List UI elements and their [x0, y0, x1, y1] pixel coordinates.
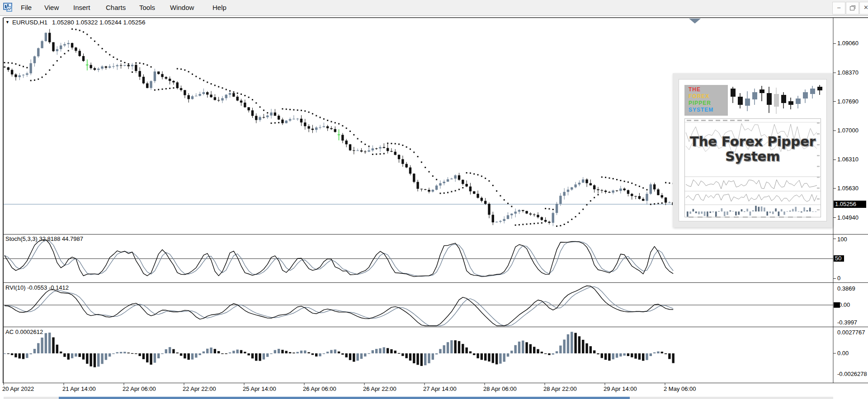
restore-icon — [850, 6, 854, 10]
stoch-axis-label: 0 — [837, 275, 840, 282]
ac-axis-label: 0.0027767 — [837, 329, 865, 336]
ac-axis-label: 0.00 — [837, 350, 849, 357]
price-axis-label: 1.05630 — [837, 185, 859, 192]
time-axis-label: 25 Apr 14:00 — [243, 385, 276, 392]
promo-inner-frame: THE FOREX PIPPER SYSTEM The Forex Pipper… — [679, 79, 827, 221]
menu-file[interactable]: File — [16, 0, 36, 15]
price-axis-label: 1.08370 — [837, 69, 859, 76]
stoch-panel-label: Stoch(5,3,3) 32.8188 44.7987 — [5, 235, 83, 242]
time-axis-label: 2 May 06:00 — [664, 385, 696, 392]
horizontal-scrollbar-track[interactable] — [4, 397, 833, 399]
promo-word-forex: FOREX — [684, 93, 728, 100]
app-icon — [3, 2, 14, 13]
promo-candlestick-art — [728, 85, 826, 116]
price-axis-label: 1.07690 — [837, 98, 859, 105]
menu-insert[interactable]: Insert — [69, 0, 95, 15]
stoch-axis-label: 100 — [837, 236, 847, 243]
chart-shift-marker-icon[interactable] — [689, 19, 701, 23]
promo-word-the: THE — [684, 86, 728, 93]
time-axis-label: 22 Apr 06:00 — [123, 385, 156, 392]
rvi-zero-marker-box — [834, 302, 840, 308]
time-axis-label: 28 Apr 06:00 — [483, 385, 517, 392]
forex-pipper-promo-image: THE FOREX PIPPER SYSTEM The Forex Pipper… — [673, 73, 833, 227]
price-axis-label: 1.07000 — [837, 127, 859, 134]
stoch-panel-area[interactable] — [4, 235, 833, 282]
time-axis-label: 26 Apr 22:00 — [363, 385, 396, 392]
promo-banner-words: THE FOREX PIPPER SYSTEM — [684, 85, 728, 116]
promo-title-line1: The Forex Pipper — [685, 134, 821, 149]
menu-tools[interactable]: Tools — [135, 0, 160, 15]
menu-charts[interactable]: Charts — [101, 0, 130, 15]
ac-panel-label: AC 0.0002612 — [5, 329, 43, 335]
promo-banner: THE FOREX PIPPER SYSTEM — [684, 85, 821, 116]
menu-view[interactable]: View — [40, 0, 63, 15]
close-button[interactable]: ✕ — [859, 2, 868, 14]
rvi-axis-label: 0.00 — [839, 301, 850, 308]
promo-mini-screenshot: The Forex Pipper System — [684, 118, 821, 217]
time-axis-label: 22 Apr 22:00 — [183, 385, 216, 392]
chart-window: ▼EURUSD,H11.05280 1.05322 1.05244 1.0525… — [0, 16, 868, 399]
price-axis-label: 1.09060 — [837, 40, 859, 47]
time-axis-label: 20 Apr 2022 — [2, 385, 34, 392]
menu-help[interactable]: Help — [208, 0, 231, 15]
time-axis-label: 26 Apr 06:00 — [303, 385, 336, 392]
restore-button[interactable] — [846, 2, 859, 14]
mt4-application: File View Insert Charts Tools Window Hel… — [0, 0, 868, 399]
promo-title: The Forex Pipper System — [685, 134, 821, 164]
menu-bar: File View Insert Charts Tools Window Hel… — [0, 0, 868, 16]
horizontal-scrollbar-thumb[interactable] — [59, 397, 630, 399]
promo-word-pipper: PIPPER — [684, 100, 728, 107]
promo-word-system: SYSTEM — [684, 107, 728, 113]
menu-window[interactable]: Window — [165, 0, 198, 15]
rvi-panel-label: RVI(10) -0.0553 -0.1412 — [5, 284, 69, 291]
minimize-button[interactable]: – — [832, 2, 845, 14]
price-axis-label: 1.06310 — [837, 156, 859, 163]
time-axis-label: 21 Apr 14:00 — [62, 385, 96, 392]
rvi-axis-label: 0.3869 — [837, 285, 855, 292]
time-axis-label: 28 Apr 22:00 — [543, 385, 577, 392]
time-axis-label: 29 Apr 14:00 — [604, 385, 637, 392]
price-axis-label: 1.04940 — [837, 214, 859, 221]
rvi-panel-area[interactable] — [4, 283, 833, 327]
promo-title-line2: System — [685, 149, 821, 164]
stoch-mid-level-box: 50 — [834, 255, 844, 262]
time-axis-label: 27 Apr 14:00 — [423, 385, 457, 392]
ac-panel-area[interactable] — [4, 328, 833, 383]
ac-axis-label: -0.0026278 — [837, 371, 867, 377]
current-price-box: 1.05256 — [834, 201, 866, 208]
rvi-axis-label: -0.3997 — [837, 319, 857, 326]
